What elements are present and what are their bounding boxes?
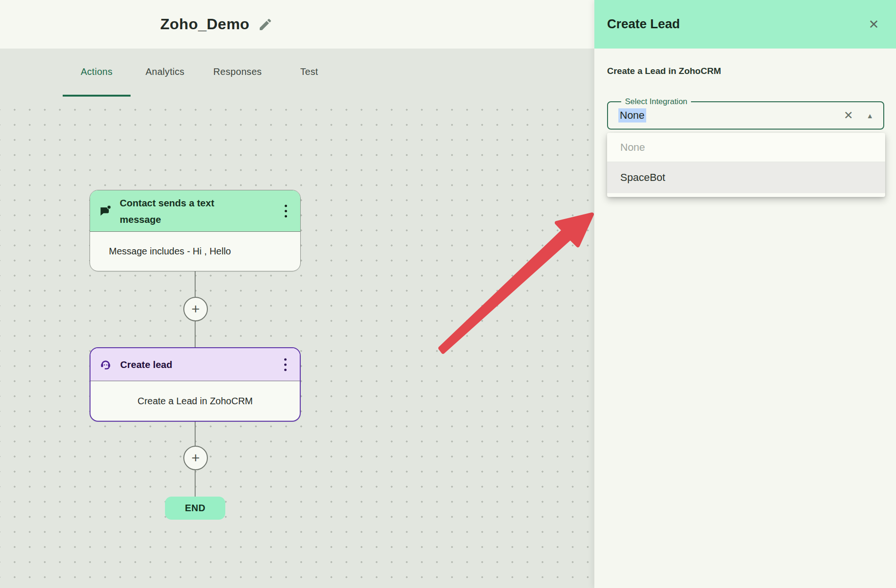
workflow-title-wrap: Zoho_Demo xyxy=(160,0,273,49)
dropdown-collapse-icon[interactable]: ▲ xyxy=(866,112,873,119)
select-integration-label: Select Integration xyxy=(621,97,691,106)
agent-headset-icon xyxy=(99,358,112,371)
edit-pencil-icon[interactable] xyxy=(258,17,273,32)
trigger-node-menu-icon[interactable] xyxy=(282,202,290,220)
create-lead-node-menu-icon[interactable] xyxy=(281,355,289,374)
tab-analytics[interactable]: Analytics xyxy=(146,49,185,95)
trigger-node-body: Message includes - Hi , Hello xyxy=(90,232,300,271)
create-lead-panel xyxy=(594,0,896,588)
trigger-node[interactable]: Contact sends a text message Message inc… xyxy=(90,190,301,271)
dropdown-option-spacebot[interactable]: SpaceBot xyxy=(607,162,885,193)
add-step-button-1[interactable]: + xyxy=(183,297,208,321)
end-node[interactable]: END xyxy=(165,497,225,520)
tab-analytics-label: Analytics xyxy=(146,66,185,77)
trigger-node-header: Contact sends a text message xyxy=(90,190,300,232)
panel-subtitle: Create a Lead in ZohoCRM xyxy=(607,66,721,76)
panel-title: Create Lead xyxy=(607,17,680,32)
tab-actions-label: Actions xyxy=(81,66,113,77)
trigger-node-title: Contact sends a text message xyxy=(120,195,238,228)
add-step-button-2[interactable]: + xyxy=(183,446,208,470)
tab-actions[interactable]: Actions xyxy=(81,49,113,95)
create-lead-node-title: Create lead xyxy=(120,356,173,373)
tab-bar: Actions Analytics Responses Test xyxy=(0,49,594,97)
dropdown-option-none[interactable]: None xyxy=(607,133,885,162)
select-integration-value[interactable]: None xyxy=(618,108,646,122)
clear-selection-icon[interactable]: ✕ xyxy=(844,110,853,121)
tab-test[interactable]: Test xyxy=(300,49,318,95)
workflow-title: Zoho_Demo xyxy=(160,16,249,33)
tab-test-label: Test xyxy=(300,66,318,77)
plus-icon: + xyxy=(191,450,200,466)
close-icon[interactable]: ✕ xyxy=(868,18,879,31)
panel-header: Create Lead ✕ xyxy=(594,0,896,49)
create-lead-node-header: Create lead xyxy=(90,348,300,381)
app-screen: Zoho_Demo Actions Analytics Responses Te… xyxy=(0,0,896,588)
tab-responses-label: Responses xyxy=(214,66,262,77)
builder-header: Zoho_Demo xyxy=(0,0,594,49)
integration-dropdown: None SpaceBot xyxy=(607,133,885,197)
tab-responses[interactable]: Responses xyxy=(214,49,262,95)
message-icon xyxy=(99,204,112,218)
create-lead-node-body: Create a Lead in ZohoCRM xyxy=(90,381,300,421)
select-integration-field[interactable]: Select Integration None ✕ ▲ xyxy=(607,101,884,130)
flow-canvas[interactable] xyxy=(0,97,594,588)
create-lead-node[interactable]: Create lead Create a Lead in ZohoCRM xyxy=(90,347,301,422)
plus-icon: + xyxy=(191,301,200,317)
